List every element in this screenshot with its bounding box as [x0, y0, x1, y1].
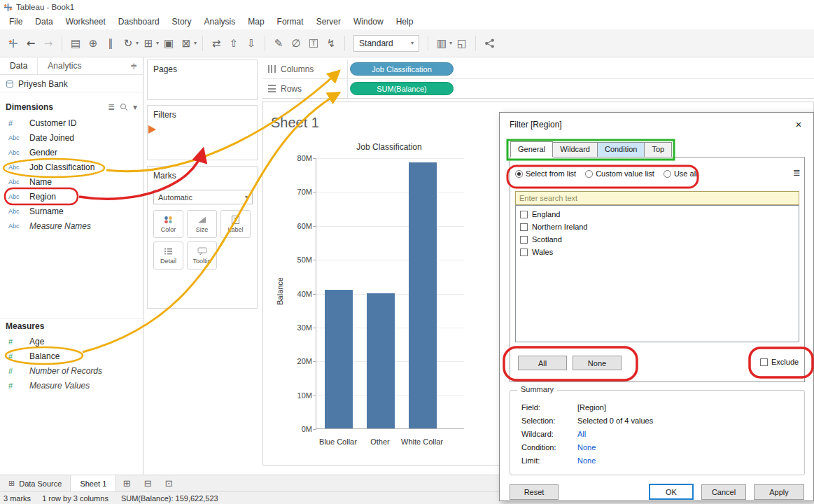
cancel-button[interactable]: Cancel	[701, 484, 746, 500]
none-button[interactable]: None	[573, 356, 622, 370]
dimension-customer-id[interactable]: #Customer ID	[0, 115, 143, 130]
rows-shelf[interactable]: Rows SUM(Balance)	[262, 79, 814, 99]
close-icon[interactable]: ×	[791, 117, 806, 131]
columns-shelf[interactable]: Columns Job Classification	[262, 59, 814, 79]
measure-balance[interactable]: #Balance	[0, 349, 143, 363]
show-mark-labels-icon[interactable]: T	[306, 34, 321, 52]
undo-icon[interactable]: ←	[23, 34, 38, 52]
data-source-tab[interactable]: ⊞ Data Source	[0, 475, 70, 491]
menu-item-dashboard[interactable]: Dashboard	[112, 15, 166, 29]
dimension-measure-names[interactable]: AbcMeasure Names	[0, 218, 143, 233]
refresh-caret-icon[interactable]: ▾	[136, 40, 139, 46]
tab-condition[interactable]: Condition	[597, 142, 645, 158]
sheet-1-tab[interactable]: Sheet 1	[70, 475, 116, 491]
new-worksheet-icon[interactable]: ⊞	[116, 475, 137, 491]
tab-data[interactable]: Data	[0, 57, 37, 74]
rows-pill-sum-balance[interactable]: SUM(Balance)	[350, 82, 454, 95]
new-dashboard-icon[interactable]: ⊟	[137, 475, 158, 491]
dimension-date-joined[interactable]: AbcDate Joined	[0, 130, 143, 145]
radio-custom-value-list[interactable]: Custom value list	[585, 169, 654, 178]
menu-item-analysis[interactable]: Analysis	[198, 15, 242, 29]
pane-pin-icon[interactable]: ≑	[130, 61, 137, 71]
options-menu-icon[interactable]: ≣	[793, 167, 801, 178]
data-source-connection[interactable]: Priyesh Bank	[0, 76, 143, 92]
tab-wildcard[interactable]: Wildcard	[552, 142, 598, 158]
menu-item-window[interactable]: Window	[347, 15, 390, 29]
menu-item-format[interactable]: Format	[271, 15, 310, 29]
search-input[interactable]	[516, 192, 799, 204]
marks-tooltip-button[interactable]: Tooltip	[187, 241, 217, 270]
refresh-icon[interactable]: ↻	[120, 34, 136, 52]
save-icon[interactable]: ▤	[68, 34, 83, 52]
columns-pill-job-classification[interactable]: Job Classification	[350, 62, 454, 76]
find-field-icon[interactable]	[120, 103, 128, 111]
marks-detail-button[interactable]: Detail	[153, 241, 183, 270]
share-icon[interactable]	[482, 34, 497, 52]
radio-use-all[interactable]: Use all	[664, 169, 698, 178]
apply-button[interactable]: Apply	[754, 484, 804, 500]
show-cards-icon[interactable]: ▥	[434, 34, 449, 52]
pages-shelf[interactable]: Pages	[147, 59, 258, 100]
swap-axes-icon[interactable]: ⇄	[209, 34, 224, 52]
tab-analytics[interactable]: Analytics	[37, 57, 91, 74]
filter-value-scotland[interactable]: Scotland	[516, 233, 799, 246]
plot-area[interactable]	[316, 158, 464, 429]
new-worksheet-caret-icon[interactable]: ▾	[156, 40, 159, 46]
mark-type-select[interactable]: Automatic ▾	[153, 190, 253, 204]
ok-button[interactable]: OK	[649, 484, 694, 500]
new-data-source-icon[interactable]: ⊕	[85, 34, 101, 52]
measure-number-of-records[interactable]: #Number of Records	[0, 363, 143, 378]
menu-item-data[interactable]: Data	[29, 15, 59, 29]
menu-item-map[interactable]: Map	[241, 15, 270, 29]
radio-select-from-list[interactable]: Select from list	[515, 169, 576, 178]
summary-row-value[interactable]: None	[577, 443, 596, 451]
tab-general[interactable]: General	[510, 141, 553, 158]
fit-select[interactable]: Standard ▾	[353, 35, 419, 52]
menu-item-file[interactable]: File	[3, 15, 29, 29]
checkbox-icon[interactable]	[520, 248, 528, 256]
show-cards-caret-icon[interactable]: ▾	[449, 40, 452, 46]
filters-shelf[interactable]: Filters	[147, 105, 258, 160]
marks-color-button[interactable]: Color	[153, 210, 183, 238]
filter-value-northern-ireland[interactable]: Northern Ireland	[516, 220, 799, 233]
dimension-name[interactable]: AbcName	[0, 174, 143, 189]
duplicate-icon[interactable]: ▣	[161, 34, 176, 52]
filter-value-list[interactable]: EnglandNorthern IrelandScotlandWales	[515, 205, 799, 342]
dimension-region[interactable]: AbcRegion	[0, 189, 143, 204]
summary-row-value[interactable]: All	[577, 430, 586, 438]
menu-item-help[interactable]: Help	[390, 15, 420, 29]
filter-value-england[interactable]: England	[516, 208, 799, 220]
checkbox-icon[interactable]	[520, 223, 528, 231]
measure-age[interactable]: #Age	[0, 334, 143, 349]
menu-item-server[interactable]: Server	[310, 15, 347, 29]
dimension-job-classification[interactable]: AbcJob Classification	[0, 160, 143, 174]
measure-measure-values[interactable]: #Measure Values	[0, 378, 143, 393]
checkbox-icon[interactable]	[520, 236, 528, 244]
new-worksheet-icon[interactable]: ⊞	[141, 34, 156, 52]
filter-value-wales[interactable]: Wales	[516, 246, 799, 258]
sort-descending-icon[interactable]: ⇩	[244, 34, 259, 52]
bar-blue-collar[interactable]	[325, 290, 353, 428]
fix-axes-icon[interactable]: ↯	[323, 34, 339, 52]
presentation-mode-icon[interactable]: ◱	[454, 34, 470, 52]
clear-caret-icon[interactable]: ▾	[194, 40, 197, 46]
bar-white-collar[interactable]	[409, 162, 437, 428]
marks-size-button[interactable]: Size	[187, 210, 217, 238]
reset-button[interactable]: Reset	[510, 484, 559, 500]
clear-sheet-icon[interactable]: ⊠	[178, 34, 194, 52]
marks-label-button[interactable]: T Label	[220, 210, 251, 238]
dimension-surname[interactable]: AbcSurname	[0, 204, 143, 218]
all-button[interactable]: All	[518, 356, 567, 370]
group-members-icon[interactable]: ∅	[288, 34, 304, 52]
sort-fields-icon[interactable]: ▾	[133, 102, 137, 112]
view-list-icon[interactable]: ≣	[108, 102, 115, 112]
checkbox-icon[interactable]	[520, 211, 528, 218]
redo-icon[interactable]: →	[41, 34, 56, 52]
menu-item-worksheet[interactable]: Worksheet	[59, 15, 112, 29]
tab-top[interactable]: Top	[644, 142, 672, 158]
highlight-icon[interactable]: ✎	[271, 34, 286, 52]
sort-ascending-icon[interactable]: ⇧	[226, 34, 241, 52]
bar-other[interactable]	[367, 293, 395, 429]
dimension-gender[interactable]: AbcGender	[0, 145, 143, 160]
home-icon[interactable]	[6, 34, 21, 52]
